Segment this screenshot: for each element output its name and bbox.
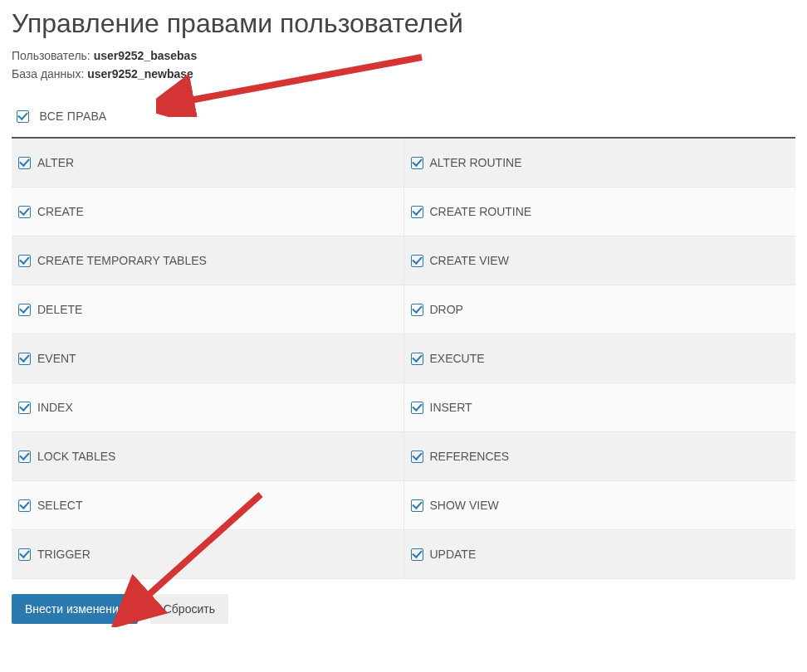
permission-label: INDEX [37,401,73,414]
permission-checkbox[interactable] [411,304,423,316]
permission-checkbox[interactable] [18,157,31,169]
permission-cell: SELECT [12,481,404,530]
permission-label: DELETE [37,303,82,316]
permission-cell: ALTER [12,139,404,187]
permission-cell: TRIGGER [12,530,404,579]
permission-row: DELETEDROP [12,285,795,334]
permission-cell: DELETE [12,285,404,334]
user-line: Пользователь: user9252_basebas [12,49,795,62]
permission-checkbox[interactable] [18,499,31,512]
permission-row: TRIGGERUPDATE [12,530,795,579]
permission-checkbox[interactable] [18,304,31,316]
permission-label: SELECT [37,499,82,512]
permission-label: EXECUTE [430,352,485,365]
permission-cell: EVENT [12,334,404,383]
permission-cell: ALTER ROUTINE [404,139,795,187]
permission-cell: LOCK TABLES [12,432,404,481]
submit-button[interactable]: Внести изменения [12,594,138,624]
permission-label: TRIGGER [37,548,90,561]
permission-checkbox[interactable] [411,206,423,218]
permission-label: CREATE VIEW [430,254,509,267]
permission-label: DROP [430,303,463,316]
permission-cell: SHOW VIEW [404,481,795,530]
permission-row: EVENTEXECUTE [12,334,795,383]
all-rights-row: ВСЕ ПРАВА [12,100,795,139]
permission-label: ALTER [37,156,74,169]
permission-label: CREATE TEMPORARY TABLES [37,254,207,267]
permission-cell: CREATE TEMPORARY TABLES [12,236,404,285]
db-line: База данных: user9252_newbase [12,67,795,80]
permission-checkbox[interactable] [18,450,31,463]
permission-label: EVENT [37,352,76,365]
permission-checkbox[interactable] [411,548,423,561]
permission-cell: CREATE VIEW [404,236,795,285]
permission-label: CREATE [37,205,84,218]
permission-cell: REFERENCES [404,432,795,481]
permission-checkbox[interactable] [411,402,423,414]
permission-cell: CREATE ROUTINE [404,187,795,236]
permission-row: SELECTSHOW VIEW [12,481,795,530]
user-label: Пользователь: [12,49,94,62]
permission-label: CREATE ROUTINE [430,205,532,218]
permission-cell: DROP [404,285,795,334]
user-value: user9252_basebas [94,49,198,62]
permission-label: ALTER ROUTINE [430,156,522,169]
permission-label: UPDATE [430,548,477,561]
permission-row: INDEXINSERT [12,383,795,432]
reset-button[interactable]: Сбросить [150,594,228,624]
permission-label: LOCK TABLES [37,450,115,463]
permission-checkbox[interactable] [411,450,423,463]
permission-checkbox[interactable] [18,206,31,218]
permission-cell: CREATE [12,187,404,236]
permission-row: ALTERALTER ROUTINE [12,139,795,187]
permission-checkbox[interactable] [411,499,423,512]
permission-checkbox[interactable] [411,255,423,267]
permission-row: CREATECREATE ROUTINE [12,187,795,236]
permission-checkbox[interactable] [411,353,423,365]
all-rights-checkbox[interactable] [17,110,29,123]
buttons-row: Внести изменения Сбросить [12,594,795,624]
permission-checkbox[interactable] [18,548,31,561]
all-rights-label: ВСЕ ПРАВА [39,110,106,123]
permission-row: CREATE TEMPORARY TABLESCREATE VIEW [12,236,795,285]
permission-checkbox[interactable] [18,402,31,414]
permission-cell: INSERT [404,383,795,432]
permission-checkbox[interactable] [411,157,423,169]
db-label: База данных: [12,67,87,80]
db-value: user9252_newbase [87,67,193,80]
permission-label: REFERENCES [430,450,510,463]
permission-cell: INDEX [12,383,404,432]
permission-label: INSERT [430,401,472,414]
permission-cell: UPDATE [404,530,795,579]
permission-checkbox[interactable] [18,353,31,365]
permission-checkbox[interactable] [18,255,31,267]
permissions-table: ALTERALTER ROUTINECREATECREATE ROUTINECR… [12,139,795,579]
permission-row: LOCK TABLESREFERENCES [12,432,795,481]
page-title: Управление правами пользователей [12,8,795,39]
permission-label: SHOW VIEW [430,499,499,512]
permission-cell: EXECUTE [404,334,795,383]
